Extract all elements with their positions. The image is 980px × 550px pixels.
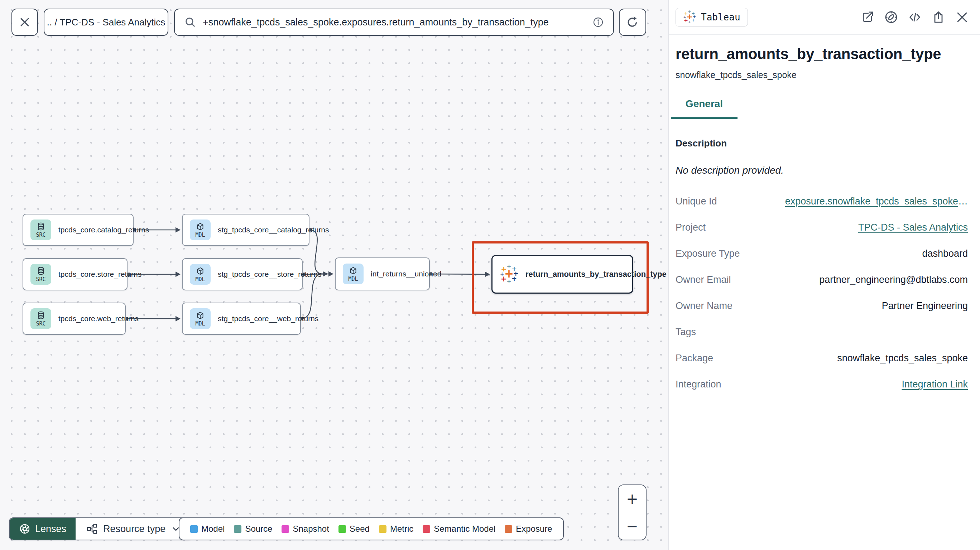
zoom-control: + − (618, 485, 646, 540)
package-subtitle: snowflake_tpcds_sales_spoke (676, 70, 968, 80)
legend-swatch (423, 525, 430, 533)
field-label: Owner Name (676, 300, 732, 312)
model-badge-icon: MDL (190, 308, 211, 329)
node-label: int_returns__unioned (371, 270, 441, 278)
legend-item-source: Source (234, 524, 272, 534)
field-label: Package (676, 353, 713, 364)
lineage-node-src_catalog[interactable]: SRCtpcds_core.catalog_returns (22, 214, 134, 246)
resource-type-dropdown[interactable]: Resource type (76, 518, 192, 540)
tableau-logo-icon: +++++++++ (683, 11, 696, 24)
legend-label: Snapshot (293, 524, 329, 534)
panel-body: Description No description provided. Uni… (669, 138, 980, 397)
description-heading: Description (676, 138, 968, 149)
dbt-explorer-app: SRCtpcds_core.catalog_returnsSRCtpcds_co… (0, 0, 980, 550)
close-panel-button[interactable] (955, 10, 969, 24)
source-badge-icon: SRC (30, 264, 51, 285)
description-text: No description provided. (676, 165, 968, 176)
refresh-lineage-button[interactable] (619, 9, 646, 36)
node-label: tpcds_core.catalog_returns (58, 226, 149, 234)
field-value: dashboard (922, 248, 968, 259)
tableau-logo-icon: +++++++++ (500, 265, 518, 284)
field-row-project: ProjectTPC-DS - Sales Analytics (676, 215, 968, 241)
field-value: exposure.snowflake_tpcds_sales_spoke… (785, 196, 968, 207)
lineage-node-stg_store[interactable]: MDLstg_tpcds_core__store_returns (182, 258, 303, 290)
field-row-exposure-type: Exposure Typedashboard (676, 241, 968, 267)
panel-tabs: General (669, 98, 980, 119)
field-row-package: Packagesnowflake_tpcds_sales_spoke (676, 345, 968, 371)
field-value-link[interactable]: exposure.snowflake_tpcds_sales_spoke (785, 196, 958, 207)
legend-swatch (190, 525, 198, 533)
field-value-link[interactable]: TPC-DS - Sales Analytics (858, 222, 968, 233)
model-badge-icon: MDL (190, 264, 211, 285)
field-label: Unique Id (676, 196, 717, 207)
close-lineage-button[interactable] (11, 9, 38, 36)
field-row-unique-id: Unique Idexposure.snowflake_tpcds_sales_… (676, 188, 968, 215)
node-label: stg_tpcds_core__store_returns (218, 270, 321, 278)
source-badge-icon: SRC (30, 219, 51, 240)
close-icon (955, 10, 969, 24)
zoom-out-button[interactable]: − (619, 512, 646, 540)
field-value-link[interactable]: Integration Link (902, 379, 968, 390)
info-icon[interactable] (592, 16, 604, 28)
field-label: Integration (676, 379, 721, 390)
code-button[interactable] (908, 10, 922, 24)
refresh-icon (626, 15, 640, 29)
legend-label: Semantic Model (434, 524, 495, 534)
model-badge-icon: MDL (190, 219, 211, 240)
field-label: Owner Email (676, 274, 731, 285)
resource-type-label: Resource type (103, 523, 165, 535)
tab-general[interactable]: General (671, 98, 738, 119)
explore-button[interactable] (884, 10, 898, 24)
legend-swatch (339, 525, 346, 533)
field-value-ellipsis: … (958, 196, 968, 207)
lineage-node-stg_web[interactable]: MDLstg_tpcds_core__web_returns (182, 302, 301, 335)
fields-list: Unique Idexposure.snowflake_tpcds_sales_… (676, 188, 968, 397)
lineage-node-src_store[interactable]: SRCtpcds_core.store_returns (22, 258, 127, 290)
field-value: snowflake_tpcds_sales_spoke (837, 353, 968, 364)
model-badge-icon: MDL (343, 264, 364, 284)
legend-item-snapshot: Snapshot (282, 524, 329, 534)
page-title: return_amounts_by_transaction_type (676, 46, 968, 63)
legend-label: Exposure (516, 524, 552, 534)
share-button[interactable] (931, 10, 946, 24)
breadcrumb[interactable]: .. / TPC-DS - Sales Analytics (44, 9, 169, 36)
search-bar[interactable] (174, 9, 614, 36)
node-label: tpcds_core.web_returns (58, 315, 138, 323)
lineage-node-src_web[interactable]: SRCtpcds_core.web_returns (22, 302, 126, 335)
node-label: return_amounts_by_transaction_type (525, 270, 667, 279)
legend-swatch (234, 525, 242, 533)
compass-icon (884, 10, 898, 24)
legend-label: Metric (390, 524, 414, 534)
legend-item-metric: Metric (379, 524, 414, 534)
lineage-canvas[interactable]: SRCtpcds_core.catalog_returnsSRCtpcds_co… (0, 0, 668, 550)
source-badge-icon: SRC (30, 308, 51, 329)
lineage-node-exposure[interactable]: +++++++++return_amounts_by_transaction_t… (492, 255, 633, 294)
legend-label: Source (245, 524, 272, 534)
panel-actions (861, 10, 969, 24)
field-row-tags: Tags (676, 319, 968, 345)
title-block: return_amounts_by_transaction_type snowf… (669, 35, 980, 80)
zoom-in-button[interactable]: + (619, 485, 646, 512)
legend-item-semantic-model: Semantic Model (423, 524, 495, 534)
node-label: tpcds_core.store_returns (58, 270, 142, 278)
field-row-owner-email: Owner Emailpartner_engineering@dbtlabs.c… (676, 267, 968, 293)
sitemap-icon (86, 523, 98, 535)
breadcrumb-label: .. / TPC-DS - Sales Analytics (47, 17, 165, 28)
aperture-icon (19, 523, 30, 535)
search-icon (184, 16, 196, 28)
lineage-node-int_unioned[interactable]: MDLint_returns__unioned (335, 258, 430, 290)
legend-swatch (379, 525, 387, 533)
open-external-button[interactable] (861, 10, 875, 24)
lineage-node-stg_catalog[interactable]: MDLstg_tpcds_core__catalog_returns (182, 214, 309, 246)
field-label: Exposure Type (676, 248, 740, 259)
integration-badge[interactable]: +++++++++ Tableau (676, 8, 748, 27)
field-label: Project (676, 222, 706, 233)
search-input[interactable] (203, 17, 586, 28)
lenses-label: Lenses (35, 523, 66, 535)
lenses-button[interactable]: Lenses (10, 518, 76, 540)
field-row-owner-name: Owner NamePartner Engineering (676, 293, 968, 319)
node-label: stg_tpcds_core__web_returns (218, 315, 318, 323)
field-value: partner_engineering@dbtlabs.com (819, 274, 968, 285)
resource-legend: ModelSourceSnapshotSeedMetricSemantic Mo… (179, 517, 564, 540)
close-icon (19, 16, 31, 28)
